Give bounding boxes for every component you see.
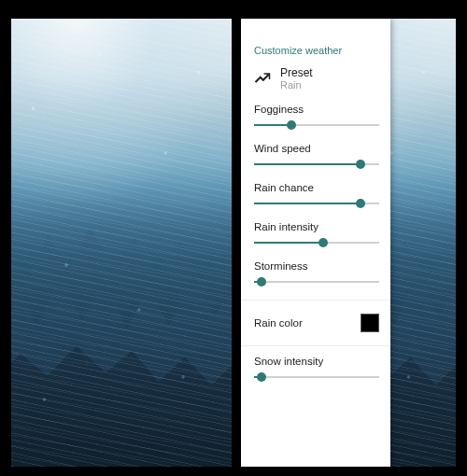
divider — [241, 345, 390, 346]
rain-color-swatch — [361, 314, 379, 332]
slider-label-storminess: Storminess — [254, 260, 379, 272]
preview-screenshot-wallpaper — [11, 19, 232, 467]
slider-label-rain-chance: Rain chance — [254, 182, 379, 193]
preset-value: Rain — [280, 79, 313, 91]
rain-color-label: Rain color — [254, 317, 303, 329]
preset-label: Preset — [280, 67, 313, 79]
slider-label-snow-intensity: Snow intensity — [254, 356, 379, 367]
slider-label-rain-intensity: Rain intensity — [254, 221, 379, 232]
divider — [241, 300, 390, 301]
settings-screenshot: Customize weather Preset Rain Fogginess — [241, 19, 456, 467]
preset-icon — [254, 71, 271, 88]
customize-weather-panel: Customize weather Preset Rain Fogginess — [241, 19, 390, 467]
wallpaper-scene — [11, 19, 232, 467]
slider-storminess[interactable] — [254, 275, 379, 288]
rain-color-row[interactable]: Rain color — [254, 310, 379, 336]
slider-label-fogginess: Fogginess — [254, 104, 379, 115]
panel-title: Customize weather — [254, 45, 379, 56]
slider-wind-speed[interactable] — [254, 158, 379, 171]
slider-fogginess[interactable] — [254, 119, 379, 132]
slider-label-wind-speed: Wind speed — [254, 143, 379, 154]
slider-snow-intensity[interactable] — [254, 371, 379, 384]
slider-rain-intensity[interactable] — [254, 236, 379, 249]
preset-row[interactable]: Preset Rain — [254, 67, 379, 91]
slider-rain-chance[interactable] — [254, 197, 379, 210]
